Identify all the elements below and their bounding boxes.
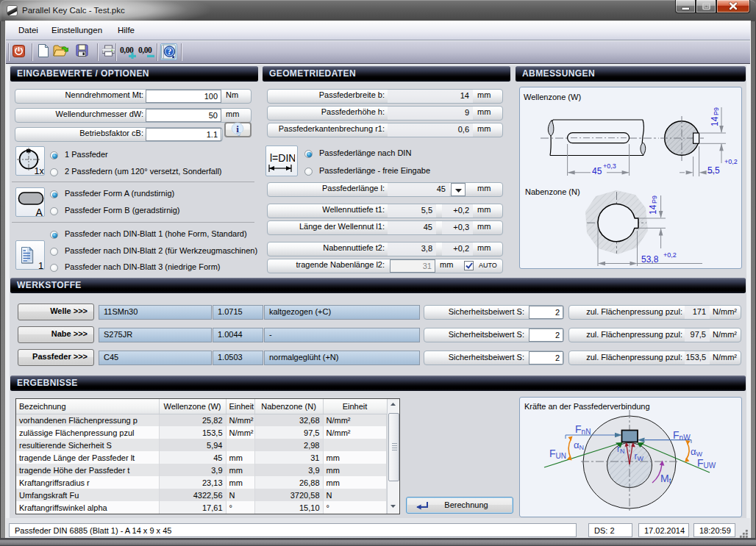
- svg-text:1: 1: [38, 260, 43, 269]
- svg-text:i: i: [236, 123, 239, 134]
- svg-text:l=DIN: l=DIN: [270, 152, 295, 164]
- svg-text:Wellenzone (W): Wellenzone (W): [524, 93, 581, 101]
- svg-text:P9: P9: [713, 107, 720, 115]
- svg-text:FnN: FnN: [575, 423, 591, 436]
- svg-text:Kräfte an der Passfederverbind: Kräfte an der Passfederverbindung: [524, 402, 650, 411]
- svg-text:αN: αN: [574, 439, 584, 451]
- svg-text:Nabenzone (N): Nabenzone (N): [525, 187, 580, 196]
- svg-text:FUN: FUN: [549, 448, 566, 460]
- svg-text:53,8: 53,8: [641, 254, 659, 265]
- svg-text:?: ?: [168, 47, 172, 56]
- svg-text:0,00: 0,00: [138, 46, 152, 54]
- svg-text:FnW: FnW: [673, 429, 691, 442]
- svg-text:45: 45: [592, 166, 602, 176]
- svg-text:14: 14: [710, 116, 720, 126]
- svg-text:A: A: [36, 206, 43, 217]
- svg-text:5,5: 5,5: [707, 165, 720, 176]
- svg-text:FUW: FUW: [697, 457, 716, 470]
- svg-text:αW: αW: [691, 446, 703, 458]
- svg-text:14: 14: [648, 204, 658, 215]
- svg-text:+0,3: +0,3: [603, 162, 616, 170]
- svg-text:1x: 1x: [35, 166, 45, 175]
- svg-text:+0,2: +0,2: [663, 251, 677, 259]
- svg-text:P9: P9: [651, 195, 658, 204]
- svg-text:+0,2: +0,2: [724, 158, 738, 165]
